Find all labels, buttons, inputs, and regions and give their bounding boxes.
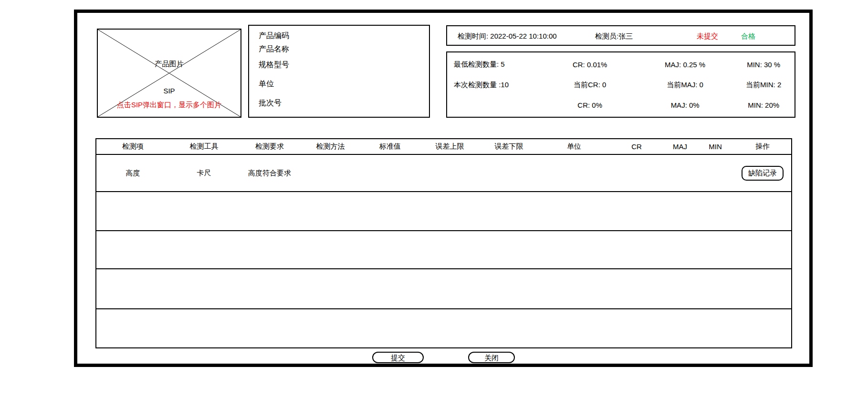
- min-rate: MIN: 20%: [732, 101, 795, 109]
- current-cr: 当前CR: 0: [556, 81, 623, 90]
- cr-limit: CR: 0.01%: [556, 61, 623, 69]
- col-header-lower-tol: 误差下限: [480, 142, 538, 151]
- current-min: 当前MIN: 2: [732, 81, 795, 90]
- cell-item: 高度: [96, 169, 169, 178]
- stats-row-rates: CR: 0% MAJ: 0% MIN: 20%: [447, 101, 795, 109]
- field-label-spec-model: 规格型号: [259, 60, 289, 70]
- product-info-box: 产品编码 产品名称 规格型号 单位 批次号: [248, 25, 430, 118]
- table-row: 高度 卡尺 高度符合要求 缺陷记录: [96, 155, 791, 192]
- result-status-badge: 合格: [741, 32, 755, 41]
- cell-tool: 卡尺: [169, 169, 239, 178]
- sip-label[interactable]: SIP: [98, 87, 241, 95]
- submit-button[interactable]: 提交: [372, 352, 424, 363]
- current-inspect-qty: 本次检测数量 :10: [447, 81, 556, 90]
- field-label-product-name: 产品名称: [259, 44, 289, 54]
- field-label-batch-no: 批次号: [259, 98, 282, 108]
- table-row-empty: [96, 192, 791, 231]
- cr-rate: CR: 0%: [556, 101, 623, 109]
- col-header-tool: 检测工具: [169, 142, 239, 151]
- col-header-maj: MAJ: [663, 143, 697, 151]
- table-header-row: 检测项 检测工具 检测要求 检测方法 标准值 误差上限 误差下限 单位 CR M…: [96, 139, 791, 155]
- product-image-label: 产品图片: [98, 60, 241, 69]
- inspection-info-box: 检测时间: 2022-05-22 10:10:00 检测员:张三 未提交 合格: [446, 25, 795, 46]
- inspector-name: 检测员:张三: [595, 32, 633, 41]
- table-row-empty: [96, 269, 791, 309]
- sip-hint-annotation: 点击SIP弹出窗口，显示多个图片: [98, 101, 241, 110]
- col-header-standard: 标准值: [360, 142, 420, 151]
- cell-requirement: 高度符合要求: [239, 169, 301, 178]
- inspection-stats-box: 最低检测数量: 5 CR: 0.01% MAJ: 0.25 % MIN: 30 …: [446, 51, 795, 118]
- table-row-empty: [96, 309, 791, 347]
- current-maj: 当前MAJ: 0: [647, 81, 723, 90]
- min-limit: MIN: 30 %: [732, 61, 795, 69]
- field-label-unit: 单位: [259, 79, 274, 89]
- col-header-upper-tol: 误差上限: [420, 142, 480, 151]
- defect-record-button[interactable]: 缺陷记录: [742, 166, 784, 181]
- col-header-min: MIN: [697, 143, 734, 151]
- inspection-table: 检测项 检测工具 检测要求 检测方法 标准值 误差上限 误差下限 单位 CR M…: [95, 138, 792, 348]
- col-header-unit: 单位: [538, 142, 610, 151]
- maj-rate: MAJ: 0%: [647, 101, 723, 109]
- stats-row-current: 本次检测数量 :10 当前CR: 0 当前MAJ: 0 当前MIN: 2: [447, 81, 795, 90]
- product-image-box[interactable]: 产品图片 SIP 点击SIP弹出窗口，显示多个图片: [97, 29, 241, 118]
- col-header-action: 操作: [734, 142, 791, 151]
- col-header-item: 检测项: [96, 142, 169, 151]
- stats-row-limits: 最低检测数量: 5 CR: 0.01% MAJ: 0.25 % MIN: 30 …: [447, 60, 795, 69]
- field-label-product-code: 产品编码: [259, 31, 289, 41]
- col-header-cr: CR: [610, 143, 663, 151]
- inspection-dialog-page: 产品图片 SIP 点击SIP弹出窗口，显示多个图片 产品编码 产品名称 规格型号…: [0, 0, 868, 397]
- maj-limit: MAJ: 0.25 %: [647, 61, 723, 69]
- col-header-requirement: 检测要求: [239, 142, 301, 151]
- table-row-empty: [96, 231, 791, 269]
- close-button[interactable]: 关闭: [468, 352, 515, 363]
- col-header-method: 检测方法: [301, 142, 360, 151]
- min-required-qty: 最低检测数量: 5: [447, 60, 556, 69]
- inspection-time: 检测时间: 2022-05-22 10:10:00: [458, 32, 557, 41]
- submit-status-badge: 未提交: [697, 32, 718, 41]
